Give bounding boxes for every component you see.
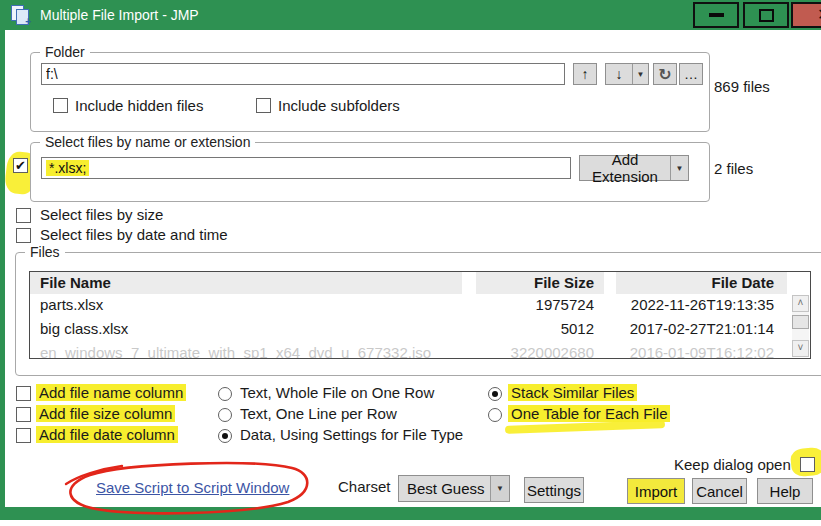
charset-value: Best Guess — [399, 480, 490, 497]
refresh-icon: ↻ — [658, 65, 671, 84]
check-icon: ✔ — [15, 158, 26, 173]
select-by-date-label: Select files by date and time — [40, 226, 228, 243]
folder-group-legend: Folder — [40, 44, 90, 60]
add-extension-label: Add Extension — [580, 151, 670, 185]
scroll-up-button[interactable]: ˄ — [792, 295, 809, 312]
folder-up-button[interactable]: ↑ — [573, 63, 597, 85]
file-name-cell: parts.xlsx — [40, 294, 103, 316]
minimize-icon — [709, 13, 724, 17]
browse-button[interactable]: … — [679, 63, 703, 85]
add-file-name-column-label: Add file name column — [36, 384, 186, 401]
radio-data-settings-label: Data, Using Settings for File Type — [240, 426, 463, 443]
column-header-file-date[interactable]: File Date — [616, 272, 787, 294]
file-name-cell: big class.xlsx — [40, 318, 128, 340]
add-file-date-column-label: Add file date column — [36, 426, 178, 443]
add-file-size-column-label: Add file size column — [36, 405, 175, 422]
scrollbar-thumb[interactable] — [792, 315, 809, 329]
file-size-cell: 5012 — [430, 318, 594, 340]
cancel-label: Cancel — [696, 483, 743, 500]
file-date-cell: 2017-02-27T21:01:14 — [594, 318, 774, 340]
radio-text-whole-file[interactable] — [218, 387, 232, 401]
keep-dialog-open-label: Keep dialog open — [674, 456, 791, 473]
column-header-file-name[interactable]: File Name — [30, 272, 462, 294]
chevron-down-icon[interactable]: ▼ — [670, 156, 688, 180]
chevron-down-icon[interactable]: ▼ — [632, 64, 648, 84]
import-button[interactable]: Import — [627, 478, 685, 504]
cancel-button[interactable]: Cancel — [692, 478, 747, 504]
file-size-cell: 1975724 — [430, 294, 594, 316]
include-subfolders-label: Include subfolders — [278, 97, 400, 114]
help-button[interactable]: Help — [757, 478, 813, 504]
pattern-value: *.xlsx; — [46, 160, 89, 176]
table-row[interactable]: en_windows_7_ultimate_with_sp1_x64_dvd_u… — [30, 342, 790, 358]
settings-button[interactable]: Settings — [524, 477, 584, 503]
file-name-cell: en_windows_7_ultimate_with_sp1_x64_dvd_u… — [40, 342, 431, 358]
add-file-date-column-checkbox[interactable] — [16, 428, 31, 443]
name-filter-legend: Select files by name or extension — [40, 134, 255, 150]
radio-dot — [222, 433, 228, 439]
radio-stack-similar-files[interactable] — [488, 387, 502, 401]
radio-text-whole-file-label: Text, Whole File on One Row — [240, 384, 434, 401]
close-icon: ✕ — [817, 5, 821, 24]
files-group-legend: Files — [25, 244, 65, 260]
name-filter-group: Select files by name or extension *.xlsx… — [30, 142, 710, 202]
files-table: File Name File Size File Date parts.xlsx… — [29, 271, 811, 359]
chevron-down-icon: ˅ — [798, 342, 804, 353]
maximize-button[interactable] — [743, 2, 789, 28]
folder-path-input[interactable] — [41, 63, 565, 85]
multiple-file-import-dialog: + Multiple File Import - JMP ✕ Folder ↑ … — [0, 0, 821, 526]
help-label: Help — [770, 483, 801, 500]
maximize-icon — [759, 9, 774, 22]
minimize-button[interactable] — [693, 2, 739, 28]
include-hidden-label: Include hidden files — [75, 97, 203, 114]
vertical-scrollbar[interactable]: ˄ ˅ — [792, 295, 809, 357]
table-row[interactable]: parts.xlsx 1975724 2022-11-26T19:13:35 — [30, 294, 790, 318]
multiple-files-icon: + — [10, 5, 30, 25]
scroll-down-button[interactable]: ˅ — [792, 340, 809, 357]
table-row[interactable]: big class.xlsx 5012 2017-02-27T21:01:14 — [30, 318, 790, 342]
radio-one-table-each-file-label: One Table for Each File — [508, 405, 670, 422]
select-by-size-checkbox[interactable] — [16, 208, 31, 223]
filter-files-count: 2 files — [714, 160, 753, 177]
window-border-left — [0, 30, 5, 520]
files-table-body: parts.xlsx 1975724 2022-11-26T19:13:35 b… — [30, 294, 790, 358]
select-by-size-label: Select files by size — [40, 206, 163, 223]
column-header-file-size[interactable]: File Size — [476, 272, 604, 294]
include-hidden-checkbox[interactable] — [53, 98, 68, 113]
ellipsis-icon: … — [684, 66, 698, 82]
chevron-up-icon: ˄ — [798, 297, 804, 308]
folder-down-split-button[interactable]: ↓ ▼ — [605, 63, 649, 85]
radio-dot — [492, 391, 498, 397]
files-group: Files File Name File Size File Date part… — [15, 252, 821, 376]
radio-text-one-line[interactable] — [218, 408, 232, 422]
charset-combobox[interactable]: Best Guess ▼ — [398, 475, 510, 502]
select-by-date-checkbox[interactable] — [16, 228, 31, 243]
file-date-cell: 2022-11-26T19:13:35 — [594, 294, 774, 316]
import-label: Import — [635, 483, 678, 500]
add-file-name-column-checkbox[interactable] — [16, 386, 31, 401]
pattern-input[interactable]: *.xlsx; — [41, 157, 571, 179]
settings-label: Settings — [527, 482, 581, 499]
include-subfolders-checkbox[interactable] — [256, 98, 271, 113]
up-arrow-icon: ↑ — [582, 66, 589, 82]
plus-icon: + — [25, 17, 31, 27]
radio-stack-similar-files-label: Stack Similar Files — [508, 384, 637, 401]
chevron-down-icon[interactable]: ▼ — [490, 476, 509, 501]
filter-enabled-checkbox[interactable]: ✔ — [13, 158, 28, 173]
radio-text-one-line-label: Text, One Line per Row — [240, 405, 397, 422]
close-button[interactable]: ✕ — [791, 2, 821, 28]
radio-one-table-each-file[interactable] — [488, 408, 502, 422]
add-file-size-column-checkbox[interactable] — [16, 407, 31, 422]
refresh-button[interactable]: ↻ — [653, 63, 677, 85]
add-extension-button[interactable]: Add Extension ▼ — [579, 155, 689, 181]
folder-files-count: 869 files — [714, 78, 770, 95]
folder-group: Folder ↑ ↓ ▼ ↻ … Include hidden files In… — [30, 52, 710, 132]
highlighter-mark — [505, 420, 665, 434]
down-arrow-icon: ↓ — [606, 66, 632, 82]
file-size-cell: 3220002680 — [430, 342, 594, 358]
keep-dialog-open-checkbox[interactable] — [800, 457, 815, 472]
radio-data-settings[interactable] — [218, 429, 232, 443]
charset-label: Charset — [338, 478, 391, 495]
file-date-cell: 2016-01-09T16:12:02 — [594, 342, 774, 358]
save-script-link[interactable]: Save Script to Script Window — [96, 479, 289, 496]
